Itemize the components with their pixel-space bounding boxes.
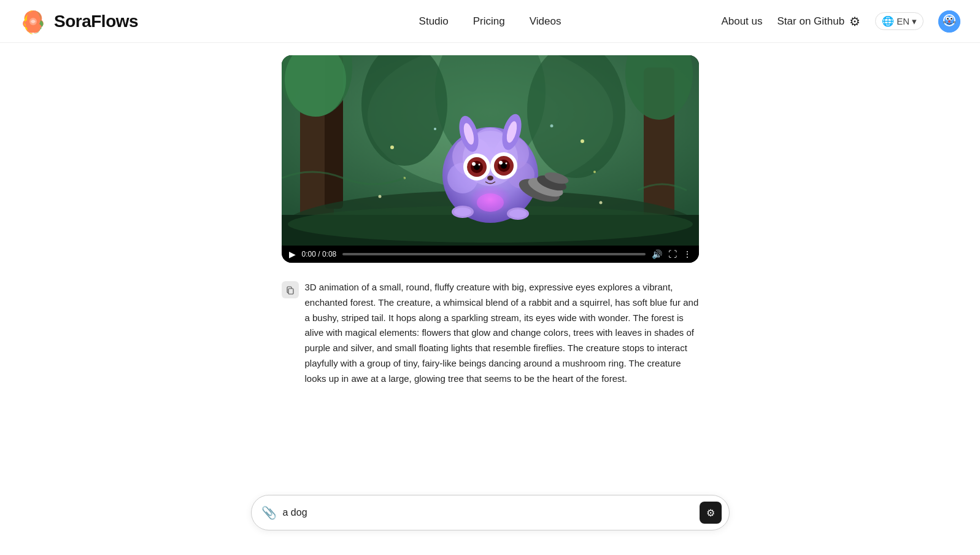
svg-point-68 [434,128,436,130]
logo-area: SoraFlows [20,8,138,35]
svg-point-66 [593,171,596,173]
svg-point-7 [951,18,952,20]
svg-point-48 [478,164,480,166]
more-options-icon[interactable]: ⋮ [683,249,692,259]
github-link[interactable]: Star on Github ⚙ [777,14,861,29]
svg-point-8 [948,20,951,23]
about-link[interactable]: About us [721,15,762,28]
github-link-label: Star on Github [777,15,845,28]
progress-bar[interactable] [342,253,645,255]
svg-point-53 [499,161,503,165]
attach-button[interactable]: 📎 [261,505,277,520]
svg-point-69 [550,125,553,128]
svg-point-60 [454,208,471,216]
main-content: ▶ 0:00 / 0:08 🔊 ⛶ ⋮ 3D ani [0,43,980,460]
svg-point-47 [472,162,476,166]
lang-selector[interactable]: 🌐 EN ▾ [875,12,924,30]
svg-point-55 [487,176,493,180]
svg-rect-70 [288,289,293,294]
svg-point-54 [505,163,507,165]
input-wrapper: 📎 ⚙ [251,495,730,530]
svg-point-64 [378,195,381,198]
copy-icon [285,285,295,295]
logo-icon [20,8,47,35]
svg-point-57 [477,193,504,212]
video-thumbnail[interactable] [282,55,699,246]
svg-point-67 [599,201,602,204]
video-card: ▶ 0:00 / 0:08 🔊 ⛶ ⋮ [282,55,699,263]
header: SoraFlows Studio Pricing Videos About us… [0,0,980,43]
header-right: About us Star on Github ⚙ 🌐 EN ▾ [721,10,960,33]
time-display: 0:00 / 0:08 [302,250,337,258]
prompt-input[interactable] [283,507,693,518]
avatar-image [938,10,960,33]
description-text: 3D animation of a small, round, fluffy c… [305,280,699,386]
input-box: 📎 ⚙ [251,495,730,530]
svg-point-6 [947,18,949,20]
copy-button[interactable] [282,281,299,298]
github-icon: ⚙ [849,14,860,29]
video-container[interactable]: ▶ 0:00 / 0:08 🔊 ⛶ ⋮ [282,55,699,263]
video-controls: ▶ 0:00 / 0:08 🔊 ⛶ ⋮ [282,246,699,263]
main-nav: Studio Pricing Videos [419,15,561,28]
controls-right: 🔊 ⛶ ⋮ [652,249,692,259]
fullscreen-icon[interactable]: ⛶ [668,249,677,259]
globe-icon: 🌐 [882,15,894,27]
svg-point-65 [581,139,584,143]
svg-point-61 [509,209,527,218]
svg-point-62 [390,146,394,149]
nav-videos[interactable]: Videos [530,15,561,28]
nav-pricing[interactable]: Pricing [473,15,505,28]
avatar[interactable] [938,10,960,33]
lang-label: EN [897,16,909,26]
volume-icon[interactable]: 🔊 [652,249,662,259]
play-button[interactable]: ▶ [289,249,296,259]
chevron-down-icon: ▾ [912,16,917,27]
gear-icon: ⚙ [706,507,715,519]
settings-button[interactable]: ⚙ [700,502,722,524]
nav-studio[interactable]: Studio [419,15,449,28]
description-area: 3D animation of a small, round, fluffy c… [282,275,699,386]
logo-text: SoraFlows [54,12,138,31]
